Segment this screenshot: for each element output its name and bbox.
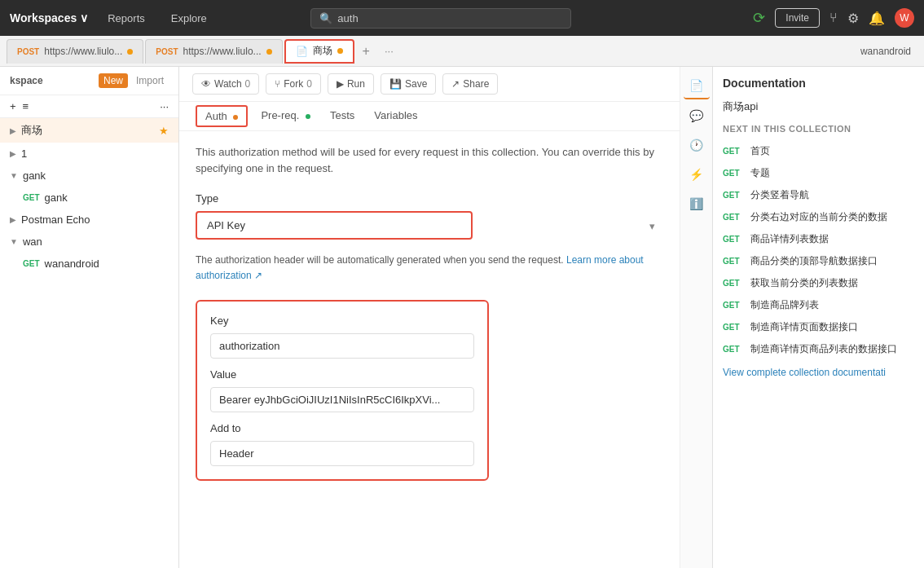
sidebar-sub-gank-get[interactable]: GET gank xyxy=(0,187,178,209)
request-body: This authorization method will be used f… xyxy=(179,131,680,568)
main-layout: kspace New Import + ≡ ··· ▶ 商场 ★ ▶ 1 ▼ g… xyxy=(0,67,924,568)
key-input[interactable] xyxy=(210,333,474,359)
save-icon: 💾 xyxy=(389,78,402,90)
auth-dot xyxy=(233,115,238,120)
next-in-collection-label: NEXT IN THIS COLLECTION xyxy=(723,124,914,134)
chevron-right-icon: ▶ xyxy=(10,149,16,158)
doc-item-3[interactable]: GET 分类右边对应的当前分类的数据 xyxy=(723,206,914,228)
search-input[interactable] xyxy=(337,12,562,24)
search-bar: 🔍 xyxy=(310,8,571,29)
tab-shangchang[interactable]: 📄 商场 xyxy=(284,39,354,64)
content-area: 👁 Watch 0 ⑂ Fork 0 ▶ Run 💾 Save ↗ Share xyxy=(179,67,680,568)
tabs-bar: POST https://www.liulo... POST https://w… xyxy=(0,36,924,67)
sidebar-item-postman-echo[interactable]: ▶ Postman Echo xyxy=(0,209,178,231)
type-select-wrapper: API Key No Auth Bearer Token Basic Auth … xyxy=(196,211,663,240)
doc-item-6[interactable]: GET 获取当前分类的列表数据 xyxy=(723,272,914,294)
sidebar-item-wan[interactable]: ▼ wan xyxy=(0,231,178,253)
sidebar: kspace New Import + ≡ ··· ▶ 商场 ★ ▶ 1 ▼ g… xyxy=(0,67,179,568)
sidebar-item-1[interactable]: ▶ 1 xyxy=(0,143,178,165)
doc-icon[interactable]: 📄 xyxy=(684,73,710,99)
run-icon: ▶ xyxy=(337,78,344,90)
chevron-down-icon: ▾ xyxy=(649,219,655,231)
history-icon[interactable]: 🕐 xyxy=(684,132,710,158)
view-all-link[interactable]: View complete collection documentati xyxy=(723,367,914,378)
add-tab-button[interactable]: + xyxy=(356,41,376,62)
right-area: 📄 💬 🕐 ⚡ ℹ️ Documentation 商场api NEXT IN T… xyxy=(680,67,924,568)
toolbar: 👁 Watch 0 ⑂ Fork 0 ▶ Run 💾 Save ↗ Share xyxy=(179,67,680,102)
documentation-panel: Documentation 商场api NEXT IN THIS COLLECT… xyxy=(712,67,924,568)
fork-icon: ⑂ xyxy=(275,78,280,90)
avatar[interactable]: W xyxy=(895,8,914,28)
value-label: Value xyxy=(210,368,474,381)
new-button[interactable]: New xyxy=(99,73,128,88)
import-button[interactable]: Import xyxy=(131,73,169,88)
workspaces-menu[interactable]: Workspaces ∨ xyxy=(10,11,88,24)
watch-icon: 👁 xyxy=(201,78,211,90)
invite-button[interactable]: Invite xyxy=(775,8,820,28)
fork-button[interactable]: ⑂ Fork 0 xyxy=(266,73,321,95)
chevron-right-icon: ▶ xyxy=(10,215,16,224)
tab-dot-2 xyxy=(266,49,272,55)
doc-item-4[interactable]: GET 商品详情列表数据 xyxy=(723,228,914,250)
prereq-dot xyxy=(306,114,310,119)
add-icon[interactable]: + xyxy=(10,100,16,112)
value-input[interactable] xyxy=(210,387,474,412)
nav-actions: ⟳ Invite ⑂ ⚙ 🔔 W xyxy=(753,8,914,28)
doc-item-9[interactable]: GET 制造商详情页商品列表的数据接口 xyxy=(723,338,914,360)
run-button[interactable]: ▶ Run xyxy=(328,73,374,95)
request-tabs: Auth Pre-req. Tests Variables xyxy=(179,102,680,131)
sidebar-header: kspace New Import xyxy=(0,67,178,95)
fork-icon[interactable]: ⑂ xyxy=(829,11,838,25)
comment-icon[interactable]: 💬 xyxy=(684,103,710,129)
sidebar-more-icon[interactable]: ··· xyxy=(160,100,169,112)
doc-item-0[interactable]: GET 首页 xyxy=(723,140,914,162)
search-icon: 🔍 xyxy=(319,12,332,24)
sidebar-sub-wan-get[interactable]: GET wanandroid xyxy=(0,253,178,275)
api-key-section: Key Value Add to Header Query Params xyxy=(196,300,489,481)
chevron-down-icon: ▼ xyxy=(10,171,18,180)
auth-description: This authorization method will be used f… xyxy=(196,144,663,176)
api-name: 商场api xyxy=(723,99,914,114)
type-select[interactable]: API Key No Auth Bearer Token Basic Auth … xyxy=(196,211,473,240)
panel-icons: 📄 💬 🕐 ⚡ ℹ️ xyxy=(680,67,712,568)
add-to-select[interactable]: Header Query Params xyxy=(210,441,474,466)
sidebar-item-gank[interactable]: ▼ gank xyxy=(0,165,178,187)
sidebar-item-shangchang[interactable]: ▶ 商场 ★ xyxy=(0,118,178,143)
doc-item-5[interactable]: GET 商品分类的顶部导航数据接口 xyxy=(723,250,914,272)
reports-link[interactable]: Reports xyxy=(101,9,152,28)
chevron-right-icon: ▶ xyxy=(10,126,16,135)
watch-button[interactable]: 👁 Watch 0 xyxy=(192,73,259,95)
add-to-label: Add to xyxy=(210,422,474,434)
explore-link[interactable]: Explore xyxy=(165,9,213,28)
top-nav: Workspaces ∨ Reports Explore 🔍 ⟳ Invite … xyxy=(0,0,924,36)
tab-post-1[interactable]: POST https://www.liulo... xyxy=(7,39,143,64)
share-icon: ↗ xyxy=(451,78,460,90)
tab-tests[interactable]: Tests xyxy=(320,103,364,130)
info-icon[interactable]: ℹ️ xyxy=(684,191,710,217)
tab-dot-1 xyxy=(127,49,133,55)
sidebar-title: kspace xyxy=(10,75,43,86)
star-icon: ★ xyxy=(159,125,169,137)
doc-item-8[interactable]: GET 制造商详情页面数据接口 xyxy=(723,316,914,338)
notification-icon[interactable]: 🔔 xyxy=(869,11,885,26)
workspace-label: wanandroid xyxy=(854,42,917,60)
tab-variables[interactable]: Variables xyxy=(364,103,427,130)
connection-icon[interactable]: ⚡ xyxy=(684,161,710,187)
sync-icon: ⟳ xyxy=(753,9,765,27)
settings-icon[interactable]: ⚙ xyxy=(847,11,859,26)
more-tabs-button[interactable]: ··· xyxy=(378,42,400,60)
tab-post-2[interactable]: POST https://www.liulo... xyxy=(145,39,282,64)
auth-sub-description: The authorization header will be automat… xyxy=(196,253,663,284)
doc-item-2[interactable]: GET 分类竖着导航 xyxy=(723,184,914,206)
doc-item-7[interactable]: GET 制造商品牌列表 xyxy=(723,294,914,316)
chevron-down-icon: ▼ xyxy=(10,237,18,246)
share-button[interactable]: ↗ Share xyxy=(442,73,498,95)
save-button[interactable]: 💾 Save xyxy=(381,73,436,95)
tab-dot-3 xyxy=(337,48,343,54)
filter-icon[interactable]: ≡ xyxy=(23,100,29,112)
tab-auth[interactable]: Auth xyxy=(196,105,248,127)
type-label: Type xyxy=(196,192,663,205)
doc-item-1[interactable]: GET 专题 xyxy=(723,162,914,184)
tab-prereq[interactable]: Pre-req. xyxy=(251,103,320,130)
documentation-title: Documentation xyxy=(723,77,914,90)
